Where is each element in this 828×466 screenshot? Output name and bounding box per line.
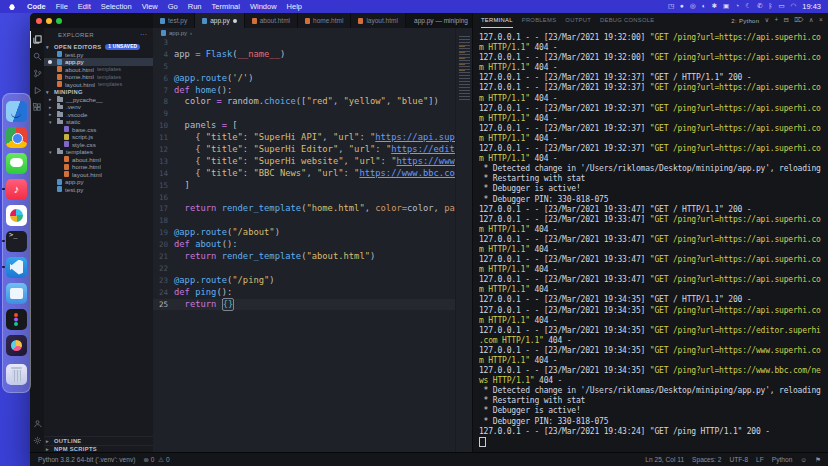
panel-tab-output[interactable]: OUTPUT: [565, 13, 591, 28]
dock-icon-messages[interactable]: [6, 153, 27, 174]
menu-item-file[interactable]: File: [51, 2, 73, 11]
tree-item-home.html[interactable]: home.html: [44, 163, 153, 171]
menu-item-selection[interactable]: Selection: [96, 2, 137, 11]
menu-item-terminal[interactable]: Terminal: [207, 2, 245, 11]
tree-item-script.js[interactable]: script.js: [44, 133, 153, 141]
open-editor-item-test.py[interactable]: test.py: [44, 51, 153, 59]
dock-icon-vscode[interactable]: [6, 257, 27, 278]
tree-item-.venv[interactable]: ▸.venv: [44, 103, 153, 111]
search-icon[interactable]: [30, 48, 44, 65]
code-editor[interactable]: 34app = Flask(__name__)56@app.route('/')…: [153, 37, 455, 453]
workspace-section-header[interactable]: ▾MINIPING: [44, 88, 153, 96]
shell-selector-dropdown[interactable]: 2: Python: [731, 18, 759, 24]
bluetooth-icon[interactable]: ᛒ: [768, 3, 772, 10]
menu-item-view[interactable]: View: [137, 2, 163, 11]
tree-item-app.py[interactable]: app.py: [44, 178, 153, 186]
status-utf-8[interactable]: UTF-8: [729, 456, 748, 463]
minimize-window-button[interactable]: [46, 18, 52, 24]
phone-icon[interactable]: ✆: [757, 3, 762, 10]
settings-icon[interactable]: [30, 432, 44, 449]
kill-terminal-icon[interactable]: ⌦: [794, 17, 804, 24]
section-header-outline[interactable]: ▸OUTLINE: [44, 436, 153, 445]
dot-app-icon[interactable]: ●: [680, 3, 684, 10]
tab-home.html[interactable]: home.html: [298, 13, 351, 28]
chevron-down-icon[interactable]: ∨: [764, 17, 769, 24]
tab-about.html[interactable]: about.html: [245, 13, 298, 28]
tree-item-templates[interactable]: ▾templates: [44, 148, 153, 156]
half-circle-app-icon[interactable]: ◐: [702, 3, 706, 10]
dock-icon-trash[interactable]: [6, 364, 27, 385]
account-icon[interactable]: [30, 415, 44, 432]
notifications-bell-icon[interactable]: ⚑: [815, 456, 821, 464]
panel-tab-problems[interactable]: PROBLEMS: [522, 13, 557, 28]
menu-item-edit[interactable]: Edit: [73, 2, 96, 11]
panel-tab-debug-console[interactable]: DEBUG CONSOLE: [600, 13, 654, 28]
zoom-window-button[interactable]: [56, 18, 62, 24]
wifi-icon[interactable]: ◠: [791, 3, 797, 10]
clock-app-icon[interactable]: ◔: [735, 3, 739, 10]
open-editor-item-layout.html[interactable]: layout.htmltemplates: [44, 81, 153, 89]
source-control-icon[interactable]: [30, 65, 44, 82]
menu-item-help[interactable]: Help: [282, 2, 307, 11]
breadcrumb[interactable]: app.py ›: [153, 28, 455, 37]
chevron-right-icon: ▸: [49, 111, 55, 117]
status-ln[interactable]: Ln 25, Col 11: [645, 456, 684, 463]
dock-icon-finder[interactable]: [6, 101, 27, 122]
feedback-smiley-icon[interactable]: ☺: [800, 456, 807, 463]
record-icon[interactable]: ◎: [690, 3, 696, 10]
dock-icon-slack[interactable]: [6, 205, 27, 226]
code-text: ,: [365, 203, 376, 215]
run-debug-icon[interactable]: [30, 82, 44, 99]
tab-layout.html[interactable]: layout.html: [351, 13, 405, 28]
tree-item-__pycache__[interactable]: ▸__pycache__: [44, 96, 153, 104]
panel-tab-terminal[interactable]: TERMINAL: [481, 13, 513, 28]
tree-item-.vscode[interactable]: ▸.vscode: [44, 111, 153, 119]
open-editor-item-home.html[interactable]: home.htmltemplates: [44, 73, 153, 81]
close-panel-icon[interactable]: ×: [819, 17, 823, 24]
dock-icon-video[interactable]: [6, 335, 27, 356]
minimap[interactable]: [455, 28, 473, 453]
grid-app-icon[interactable]: ▣: [723, 3, 729, 10]
tree-item-test.py[interactable]: test.py: [44, 186, 153, 194]
moon-icon[interactable]: ☾: [745, 3, 751, 10]
chevron-up-icon[interactable]: ∧: [809, 17, 814, 24]
dock-icon-music[interactable]: ♪: [6, 179, 27, 200]
menu-item-window[interactable]: Window: [245, 2, 282, 11]
sidebar-more-actions-icon[interactable]: ···: [140, 28, 147, 43]
terminal-line: 127.0.0.1 - - [23/Mar/2021 19:34:35] "GE…: [479, 326, 828, 336]
tree-item-layout.html[interactable]: layout.html: [44, 171, 153, 179]
close-window-button[interactable]: [36, 18, 42, 24]
terminal-output[interactable]: 127.0.0.1 - - [23/Mar/2021 19:32:00] "GE…: [473, 28, 828, 453]
tree-item-style.css[interactable]: style.css: [44, 141, 153, 149]
tree-item-about.html[interactable]: about.html: [44, 156, 153, 164]
open-editor-item-about.html[interactable]: about.htmltemplates: [44, 66, 153, 74]
split-terminal-icon[interactable]: ⊟: [784, 17, 790, 24]
menu-item-go[interactable]: Go: [163, 2, 183, 11]
status-python[interactable]: Python: [772, 456, 793, 463]
tree-item-base.css[interactable]: base.css: [44, 126, 153, 134]
dock-icon-blueapp[interactable]: [6, 283, 27, 304]
python-interpreter-status[interactable]: Python 3.8.2 64-bit ('.venv': venv): [38, 456, 135, 463]
apple-menu-icon[interactable]: [9, 3, 15, 10]
status-spaces[interactable]: Spaces: 2: [692, 456, 721, 463]
open-editor-item-app.py[interactable]: app.py: [44, 58, 153, 66]
dock-icon-figma[interactable]: [6, 309, 27, 330]
tab-app.py[interactable]: app.py: [195, 13, 245, 28]
menu-item-code[interactable]: Code: [22, 2, 51, 11]
menu-item-run[interactable]: Run: [183, 2, 207, 11]
dock-icon-terminal[interactable]: >_: [6, 231, 27, 252]
menubar-clock[interactable]: 19:43: [802, 2, 821, 11]
dock-icon-chrome[interactable]: [6, 127, 27, 148]
tree-item-static[interactable]: ▾static: [44, 118, 153, 126]
open-editors-section-header[interactable]: ▾OPEN EDITORS1 UNSAVED: [44, 43, 153, 51]
files-icon[interactable]: [30, 31, 44, 48]
breadcrumb-file[interactable]: app.py: [169, 30, 187, 36]
status-lf[interactable]: LF: [756, 456, 764, 463]
display-icon[interactable]: ◳: [668, 3, 674, 10]
extensions-icon[interactable]: [30, 99, 44, 116]
asterisk-app-icon[interactable]: ✱: [712, 3, 717, 10]
new-terminal-icon[interactable]: +: [774, 17, 778, 24]
battery-icon[interactable]: ▭: [778, 3, 784, 10]
problems-status[interactable]: ⊗ 0 ⚠ 0: [143, 456, 169, 464]
tab-test.py[interactable]: test.py: [153, 13, 195, 28]
